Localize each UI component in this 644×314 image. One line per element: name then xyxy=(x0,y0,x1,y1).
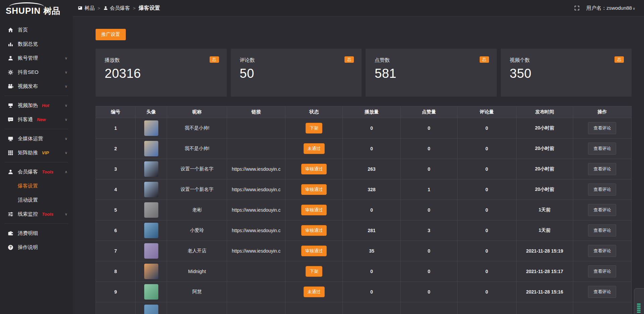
cell-plays: 0 xyxy=(343,118,400,139)
stat-card: 点赞数581总 xyxy=(366,49,497,97)
sidebar-item-heater[interactable]: 视频加热Hot∨ xyxy=(0,98,73,112)
sidebar-divider xyxy=(5,223,68,224)
cell-nickname xyxy=(167,302,227,314)
stats-cards: 播放数20316总评论数50总点赞数581总视频个数350总 xyxy=(96,49,632,97)
sidebar-item-grid[interactable]: 矩阵助推VIP∨ xyxy=(0,146,73,160)
column-header: 状态 xyxy=(285,106,343,118)
cell-link xyxy=(227,302,285,314)
table-body: 1我不是小帅!下架00020小时前查看评论2我不是小帅!未通过00020小时前查… xyxy=(96,118,632,314)
cell-action: 查看评论 xyxy=(573,241,631,261)
sidebar-item-user[interactable]: 账号管理∨ xyxy=(0,51,73,65)
cell-status: 下架 xyxy=(285,118,343,139)
cell-plays xyxy=(343,302,400,314)
sidebar-item-wallet[interactable]: 消费明细 xyxy=(0,226,73,240)
status-button[interactable]: 审核通过 xyxy=(301,225,327,236)
cell-number: 2 xyxy=(96,139,136,159)
sidebar-divider xyxy=(5,96,68,96)
sidebar-item-label: 操作说明 xyxy=(18,244,38,251)
stat-card-label: 评论数 xyxy=(240,57,353,63)
cell-action: 查看评论 xyxy=(573,159,631,179)
breadcrumb-separator: > xyxy=(133,6,136,11)
sidebar-item-label: 抖客通 xyxy=(18,116,33,123)
cell-link[interactable]: https://www.iesdouyin.c xyxy=(227,159,285,179)
status-button[interactable]: 审核通过 xyxy=(301,246,327,256)
column-header: 发布时间 xyxy=(516,106,573,118)
cell-nickname: 设置一个新名字 xyxy=(167,179,227,200)
status-button[interactable]: 未通过 xyxy=(304,143,325,154)
view-comments-button[interactable]: 查看评论 xyxy=(588,224,616,237)
sidebar-item-video[interactable]: 视频发布∨ xyxy=(0,79,73,93)
cell-nickname: 小爱玲 xyxy=(167,220,227,241)
cell-publish-time: 20小时前 xyxy=(516,179,573,200)
status-button[interactable]: 审核通过 xyxy=(301,205,327,215)
view-comments-button[interactable]: 查看评论 xyxy=(588,143,616,155)
cell-link[interactable]: https://www.iesdouyin.c xyxy=(227,220,285,241)
view-comments-button[interactable]: 查看评论 xyxy=(588,163,616,175)
avatar xyxy=(144,284,158,300)
sidebar-item-member[interactable]: 会员爆客Tools∧ xyxy=(0,165,73,179)
cell-likes: 0 xyxy=(400,261,457,282)
cell-avatar xyxy=(136,139,167,159)
cell-nickname: 设置一个新名字 xyxy=(167,159,227,179)
sidebar-item-chat[interactable]: 抖客通New∨ xyxy=(0,112,73,126)
sidebar: SHUPIN 树品 首页数据总览账号管理∨抖音SEO∨视频发布∨视频加热Hot∨… xyxy=(0,0,73,314)
status-button[interactable]: 下架 xyxy=(306,266,322,277)
cell-action: 查看评论 xyxy=(573,261,631,282)
status-button[interactable]: 审核通过 xyxy=(301,164,327,174)
brand-logo[interactable]: SHUPIN 树品 xyxy=(0,0,73,19)
status-button[interactable]: 审核通过 xyxy=(301,184,327,195)
cell-avatar xyxy=(136,261,167,282)
sidebar-subitem-active[interactable]: 爆客设置 xyxy=(0,179,73,193)
view-comments-button[interactable]: 查看评论 xyxy=(588,286,616,298)
floating-widget[interactable] xyxy=(634,288,644,314)
table-row: 1我不是小帅!下架00020小时前查看评论 xyxy=(96,118,632,139)
breadcrumb-separator: > xyxy=(98,6,100,11)
sidebar-item-question[interactable]: ?操作说明 xyxy=(0,240,73,254)
sidebar-item-home[interactable]: 首页 xyxy=(0,23,73,37)
sidebar-subitem[interactable]: 活动设置 xyxy=(0,193,73,207)
cell-action: 查看评论 xyxy=(573,282,631,302)
member-icon xyxy=(8,169,13,175)
breadcrumb-item[interactable]: 树品 xyxy=(78,5,95,11)
avatar xyxy=(144,305,158,314)
view-comments-button[interactable]: 查看评论 xyxy=(588,122,616,134)
cell-status: 下架 xyxy=(285,261,343,282)
person-icon xyxy=(103,6,108,10)
stat-card-value: 20316 xyxy=(105,66,218,81)
svg-text:?: ? xyxy=(9,245,12,249)
cell-link xyxy=(227,261,285,282)
cell-link[interactable]: https://www.iesdouyin.c xyxy=(227,179,285,200)
sidebar-item-chart[interactable]: 数据总览 xyxy=(0,37,73,51)
column-header: 播放量 xyxy=(343,106,400,118)
cell-plays: 281 xyxy=(343,220,400,241)
sidebar-item-gear[interactable]: 抖音SEO∨ xyxy=(0,65,73,79)
avatar xyxy=(144,264,158,279)
floating-widget-bars xyxy=(637,304,641,313)
cell-comments: 0 xyxy=(457,139,516,159)
sidebar-item-screen[interactable]: 全媒体运营∨ xyxy=(0,132,73,146)
view-comments-button[interactable]: 查看评论 xyxy=(588,204,616,216)
promo-settings-button[interactable]: 推广设置 xyxy=(96,29,126,40)
breadcrumb-item[interactable]: 会员爆客 xyxy=(103,5,130,11)
cell-action: 查看评论 xyxy=(573,200,631,220)
fullscreen-icon[interactable] xyxy=(574,5,580,11)
status-button[interactable]: 下架 xyxy=(306,123,322,134)
status-button[interactable]: 未通过 xyxy=(304,286,325,297)
cell-number: 1 xyxy=(96,118,136,139)
cell-link xyxy=(227,118,285,139)
sidebar-item-label: 会员爆客 xyxy=(18,169,38,175)
cell-status: 未通过 xyxy=(285,139,343,159)
view-comments-button[interactable]: 查看评论 xyxy=(588,245,616,257)
view-comments-button[interactable]: 查看评论 xyxy=(588,265,616,277)
column-header: 链接 xyxy=(227,106,285,118)
cell-link xyxy=(227,139,285,159)
user-menu[interactable]: 用户名：zswodun88∨ xyxy=(586,5,635,11)
cell-link[interactable]: https://www.iesdouyin.c xyxy=(227,241,285,261)
sidebar-item-sliders[interactable]: 线索监控Tools∨ xyxy=(0,207,73,221)
view-comments-button[interactable]: 查看评论 xyxy=(588,184,616,196)
stat-card: 评论数50总 xyxy=(231,49,362,97)
cell-link[interactable]: https://www.iesdouyin.c xyxy=(227,200,285,220)
cell-likes xyxy=(400,302,457,314)
table-row: 9阿慧未通过0002021-11-28 15:16查看评论 xyxy=(96,282,632,302)
cell-comments: 0 xyxy=(457,241,516,261)
